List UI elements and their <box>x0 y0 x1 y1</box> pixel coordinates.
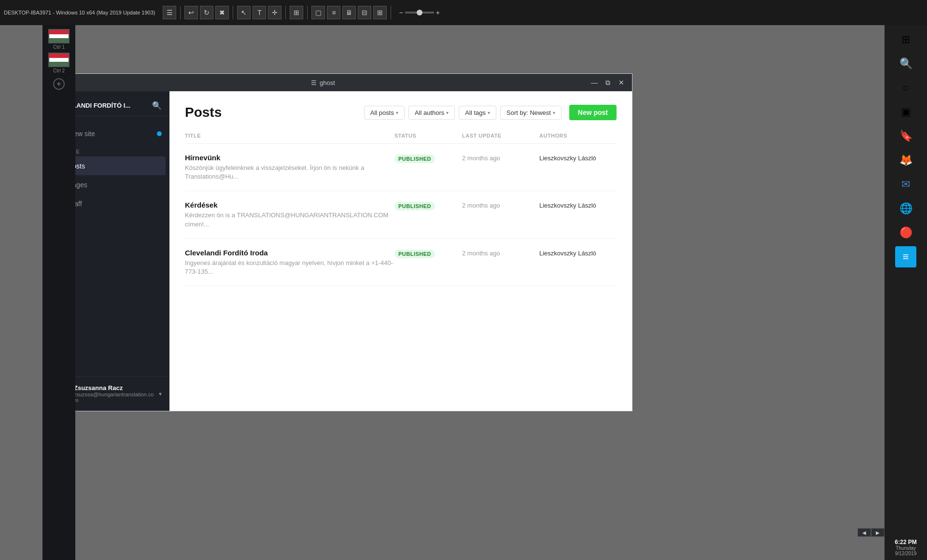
win-start-icon[interactable]: ⊞ <box>895 29 916 50</box>
clock-date: 9/12/2019 <box>888 551 923 556</box>
zoom-out-icon[interactable]: − <box>399 9 403 16</box>
sidebar-search-icon[interactable]: 🔍 <box>152 101 162 110</box>
posts-filters: All posts ▾ All authors ▾ All tags ▾ S <box>364 105 617 120</box>
taskbar-separator-3 <box>285 6 286 19</box>
taskbar-icon-cursor[interactable]: ↖ <box>237 6 251 19</box>
ghost-main: Posts All posts ▾ All authors ▾ All tags <box>169 91 632 411</box>
table-row[interactable]: Kérdések Kérdezzen ön is a TRANSLATIONS@… <box>185 191 617 238</box>
taskbar-icon-refresh[interactable]: ↻ <box>200 6 213 19</box>
all-authors-filter[interactable]: All authors ▾ <box>408 106 455 120</box>
post-title-cell-2: Clevelandi Fordító Iroda Ingyenes áraján… <box>185 249 394 276</box>
desktop: Ctrl 1 Ctrl 2 + ☰ ☰ ghost — ⧉ <box>0 25 927 560</box>
user-info: Zsuzsanna Racz zsuzssa@hungariantranslat… <box>74 384 154 403</box>
status-badge-1: PUBLISHED <box>394 202 435 210</box>
ctrl-panel: Ctrl 1 Ctrl 2 + <box>42 25 75 560</box>
all-tags-filter[interactable]: All tags ▾ <box>459 106 496 120</box>
taskbar-icon-grid[interactable]: ⊞ <box>373 6 387 19</box>
win-taskview-icon[interactable]: ○ <box>895 77 916 98</box>
ctrl-item-2[interactable]: Ctrl 2 <box>46 53 71 73</box>
sort-filter[interactable]: Sort by: Newest ▾ <box>500 106 562 120</box>
user-name: Zsuzsanna Racz <box>74 384 154 392</box>
post-title-0: Hírnevünk <box>185 154 394 162</box>
sort-filter-label: Sort by: Newest <box>506 109 551 116</box>
all-tags-chevron-icon: ▾ <box>488 110 490 115</box>
taskbar-icon-crosshair[interactable]: ✛ <box>268 6 281 19</box>
scroll-left-arrow[interactable]: ◀ <box>857 528 871 537</box>
post-status-cell-0: PUBLISHED <box>394 154 462 181</box>
table-row[interactable]: Clevelandi Fordító Iroda Ingyenes áraján… <box>185 239 617 286</box>
post-excerpt-2: Ingyenes árajánlat és konzultáció magyar… <box>185 259 394 276</box>
taskbar-icon-text[interactable]: T <box>253 6 266 19</box>
sort-chevron-icon: ▾ <box>553 110 555 115</box>
titlebar-controls: — ⧉ ✕ <box>590 78 626 87</box>
win-clock: 6:22 PM Thursday 9/12/2019 <box>885 535 927 560</box>
table-row[interactable]: Hírnevünk Köszönjük ügyfeleinknek a viss… <box>185 144 617 191</box>
flag-red-2 <box>49 54 69 58</box>
app-firefox-icon[interactable]: 🦊 <box>895 150 916 171</box>
hungarian-flag-1 <box>49 30 69 42</box>
ctrl-label-2: Ctrl 2 <box>53 68 65 73</box>
post-excerpt-1: Kérdezzen ön is a TRANSLATIONS@HUNGARIAN… <box>185 211 394 228</box>
posts-header: Posts All posts ▾ All authors ▾ All tags <box>169 91 632 128</box>
status-badge-2: PUBLISHED <box>394 250 435 258</box>
taskbar-separator-5 <box>391 6 391 19</box>
ctrl-item-1[interactable]: Ctrl 1 <box>46 29 71 50</box>
taskbar-icon-squares[interactable]: ⊞ <box>290 6 303 19</box>
zoom-slider[interactable] <box>405 12 434 14</box>
app-red-icon[interactable]: 🔴 <box>895 222 916 243</box>
all-posts-filter-label: All posts <box>370 109 394 116</box>
post-author-cell-2: Lieszkovszky László <box>539 249 617 276</box>
post-title-1: Kérdések <box>185 201 394 209</box>
taskbar-icon-back[interactable]: ↩ <box>184 6 198 19</box>
ctrl-flag-1 <box>48 29 70 43</box>
app-active-icon[interactable]: ≡ <box>895 246 916 267</box>
new-post-button[interactable]: New post <box>569 105 617 120</box>
table-header: TITLE STATUS LAST UPDATE AUTHORS <box>185 128 617 144</box>
taskbar-icon-monitor[interactable]: 🖥 <box>342 6 356 19</box>
zoom-control: − + <box>399 9 439 16</box>
zoom-in-icon[interactable]: + <box>436 9 440 16</box>
taskbar-icon-text2[interactable]: ≡ <box>327 6 340 19</box>
post-status-cell-1: PUBLISHED <box>394 201 462 228</box>
post-update-cell-1: 2 months ago <box>462 201 539 228</box>
post-update-cell-2: 2 months ago <box>462 249 539 276</box>
scroll-right-arrow[interactable]: ▶ <box>871 528 885 537</box>
win-sidebar-right: ⊞ 🔍 ○ ▣ 🔖 🦊 ✉ 🌐 🔴 ≡ 6:22 PM Thursday 9/1… <box>885 25 927 560</box>
win-snap-icon[interactable]: ▣ <box>895 101 916 123</box>
col-header-title: TITLE <box>185 133 394 139</box>
window-titlebar: ☰ ☰ ghost — ⧉ ✕ <box>44 74 632 91</box>
post-author-cell-1: Lieszkovszky László <box>539 201 617 228</box>
app-email-icon[interactable]: ✉ <box>895 174 916 195</box>
flag-white-1 <box>49 34 69 39</box>
win-taskbar: DESKTOP-IBA3971 - Windows 10 x64 (May 20… <box>0 0 927 25</box>
app-ghost-icon[interactable]: 🔖 <box>895 126 916 147</box>
window-body: CLEVELANDI FORDÍTÓ I... 🔍 🏠 View site MA… <box>44 91 632 411</box>
taskbar-icon-window[interactable]: ▢ <box>311 6 325 19</box>
ghost-window: ☰ ☰ ghost — ⧉ ✕ CLEVELANDI FORDÍTÓ I... … <box>43 73 632 411</box>
taskbar-icon-menu[interactable]: ☰ <box>163 6 176 19</box>
ctrl-flag-2 <box>48 53 70 67</box>
taskbar-separator-4 <box>307 6 308 19</box>
taskbar-icon-stop[interactable]: ✖ <box>215 6 229 19</box>
col-header-status: STATUS <box>394 133 462 139</box>
ctrl-add-button[interactable]: + <box>53 78 65 90</box>
flag-green-2 <box>49 62 69 66</box>
post-author-cell-0: Lieszkovszky László <box>539 154 617 181</box>
posts-table: TITLE STATUS LAST UPDATE AUTHORS Hírnevü… <box>169 128 632 411</box>
taskbar-icon-twowin[interactable]: ⊟ <box>358 6 371 19</box>
ctrl-label-1: Ctrl 1 <box>53 44 65 50</box>
post-title-cell-1: Kérdések Kérdezzen ön is a TRANSLATIONS@… <box>185 201 394 228</box>
user-email: zsuzssa@hungariantranslation.com <box>74 392 154 403</box>
clock-day: Thursday <box>888 546 923 551</box>
taskbar-separator-1 <box>180 6 181 19</box>
win-search-icon[interactable]: 🔍 <box>895 53 916 74</box>
taskbar-title: DESKTOP-IBA3971 - Windows 10 x64 (May 20… <box>4 10 155 15</box>
all-posts-filter[interactable]: All posts ▾ <box>364 106 405 120</box>
all-tags-filter-label: All tags <box>465 109 486 116</box>
maximize-button[interactable]: ⧉ <box>603 78 613 87</box>
close-button[interactable]: ✕ <box>617 78 626 87</box>
col-header-last-update: LAST UPDATE <box>462 133 539 139</box>
app-browser-icon[interactable]: 🌐 <box>895 198 916 219</box>
minimize-button[interactable]: — <box>590 78 599 87</box>
user-menu-chevron[interactable]: ▾ <box>159 391 162 397</box>
